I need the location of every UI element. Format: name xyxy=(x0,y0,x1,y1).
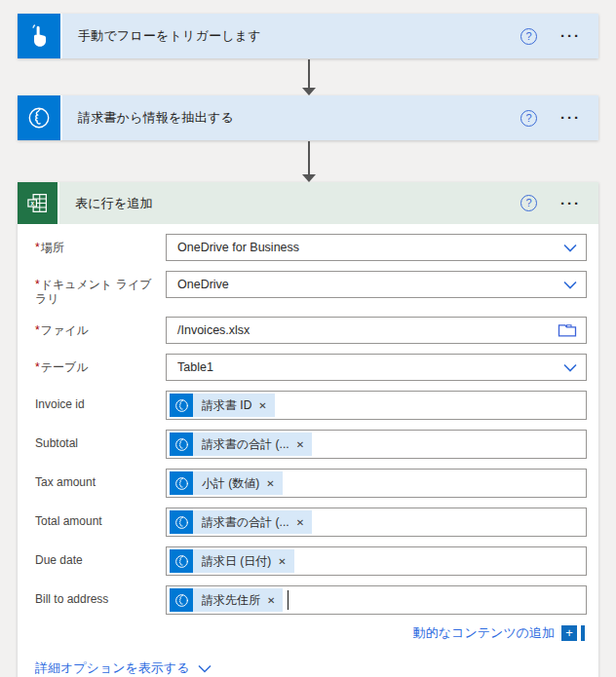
flow-connector-arrow xyxy=(301,59,317,95)
token-label: 請求書の合計 (... xyxy=(193,436,296,453)
form-field-row: Total amount請求書の合計 (...✕ xyxy=(29,508,587,537)
token-remove-icon[interactable]: ✕ xyxy=(267,595,283,606)
field-label: Invoice id xyxy=(29,391,166,412)
field-label: *テーブル xyxy=(29,354,166,375)
ai-builder-card[interactable]: 請求書から情報を抽出する ? ··· xyxy=(18,95,598,140)
more-options-icon[interactable]: ··· xyxy=(560,199,581,208)
show-advanced-options-link[interactable]: 詳細オプションを表示する xyxy=(35,659,189,677)
more-options-icon[interactable]: ··· xyxy=(560,113,581,123)
dynamic-content-token[interactable]: 請求書 ID✕ xyxy=(170,394,275,417)
ai-builder-brain-icon xyxy=(170,549,193,573)
form-field-row: Bill to address請求先住所✕ xyxy=(29,585,587,615)
token-label: 請求先住所 xyxy=(193,592,267,609)
excel-icon: x xyxy=(18,182,59,224)
ai-builder-brain-icon xyxy=(170,510,193,534)
dynamic-content-token[interactable]: 請求書の合計 (...✕ xyxy=(170,510,312,534)
field-label: *ドキュメント ライブラリ xyxy=(29,271,166,307)
dynamic-content-token[interactable]: 請求日 (日付)✕ xyxy=(170,549,294,573)
field-label: *場所 xyxy=(29,234,166,255)
ai-builder-brain-icon xyxy=(18,95,62,140)
dynamic-content-token[interactable]: 請求先住所✕ xyxy=(170,588,283,612)
dynamic-content-token[interactable]: 請求書の合計 (...✕ xyxy=(170,433,312,456)
chevron-down-icon[interactable] xyxy=(563,363,577,372)
field-select-0[interactable]: OneDrive for Business xyxy=(166,234,587,261)
field-label: *ファイル xyxy=(29,317,166,338)
form-field-row: Invoice id請求書 ID✕ xyxy=(29,391,587,420)
dynamic-content-token[interactable]: 小計 (数値)✕ xyxy=(170,471,283,495)
field-label: Total amount xyxy=(29,508,166,529)
field-token-input-6[interactable]: 小計 (数値)✕ xyxy=(166,469,587,498)
required-asterisk: * xyxy=(35,360,40,374)
form-field-row: Tax amount小計 (数値)✕ xyxy=(29,469,587,498)
token-remove-icon[interactable]: ✕ xyxy=(278,556,293,567)
form-field-row: *テーブルTable1 xyxy=(29,354,587,381)
excel-form-rows: *場所OneDrive for Business*ドキュメント ライブラリOne… xyxy=(29,234,587,615)
add-dynamic-content-link[interactable]: 動的なコンテンツの追加 xyxy=(413,624,555,642)
folder-picker-icon[interactable] xyxy=(558,322,577,338)
trigger-card-header[interactable]: 手動でフローをトリガーします ? ··· xyxy=(18,14,598,58)
token-remove-icon[interactable]: ✕ xyxy=(258,400,274,411)
field-label: Subtotal xyxy=(29,430,166,451)
token-remove-icon[interactable]: ✕ xyxy=(266,478,282,489)
show-advanced-options-row: 詳細オプションを表示する xyxy=(35,659,587,677)
form-field-row: *ファイル/Invoices.xlsx xyxy=(29,317,587,344)
excel-card-title[interactable]: 表に行を追加 xyxy=(59,182,520,224)
required-asterisk: * xyxy=(35,278,40,291)
ai-builder-brain-icon xyxy=(170,588,193,612)
form-field-row: Due date請求日 (日付)✕ xyxy=(29,546,587,576)
token-remove-icon[interactable]: ✕ xyxy=(296,517,312,528)
form-field-row: *ドキュメント ライブラリOneDrive xyxy=(29,271,587,307)
token-label: 小計 (数値) xyxy=(193,475,266,492)
field-token-input-5[interactable]: 請求書の合計 (...✕ xyxy=(166,430,587,459)
token-label: 請求書 ID xyxy=(193,397,258,414)
help-icon[interactable]: ? xyxy=(520,28,537,45)
text-caret xyxy=(288,590,289,610)
token-label: 請求日 (日付) xyxy=(193,553,278,570)
field-select-3[interactable]: Table1 xyxy=(166,354,587,381)
token-label: 請求書の合計 (... xyxy=(193,514,296,531)
ai-builder-brain-icon xyxy=(170,394,193,417)
chevron-down-icon[interactable] xyxy=(198,664,212,673)
trigger-card[interactable]: 手動でフローをトリガーします ? ··· xyxy=(18,14,598,58)
ai-builder-brain-icon xyxy=(170,433,193,456)
flow-designer-canvas: 手動でフローをトリガーします ? ··· 請求書から情報を抽出する ? ··· xyxy=(0,0,616,677)
ai-builder-card-title[interactable]: 請求書から情報を抽出する xyxy=(62,95,520,140)
field-label: Tax amount xyxy=(29,469,166,490)
field-token-input-9[interactable]: 請求先住所✕ xyxy=(166,585,587,615)
svg-text:x: x xyxy=(30,200,34,207)
token-remove-icon[interactable]: ✕ xyxy=(296,439,312,450)
touch-trigger-icon xyxy=(18,14,62,58)
more-options-icon[interactable]: ··· xyxy=(560,31,581,41)
ai-builder-brain-icon xyxy=(170,471,193,495)
excel-card-body: *場所OneDrive for Business*ドキュメント ライブラリOne… xyxy=(18,224,598,677)
flow-connector-arrow xyxy=(301,141,317,182)
help-icon[interactable]: ? xyxy=(520,195,537,211)
excel-card-header[interactable]: x 表に行を追加 ? ··· xyxy=(18,182,598,224)
help-icon[interactable]: ? xyxy=(520,110,537,127)
required-asterisk: * xyxy=(35,241,40,254)
field-token-input-7[interactable]: 請求書の合計 (...✕ xyxy=(166,508,587,537)
form-field-row: Subtotal請求書の合計 (...✕ xyxy=(29,430,587,459)
ai-builder-card-header[interactable]: 請求書から情報を抽出する ? ··· xyxy=(18,95,598,140)
form-field-row: *場所OneDrive for Business xyxy=(29,234,587,261)
chevron-down-icon[interactable] xyxy=(563,281,577,289)
field-token-input-8[interactable]: 請求日 (日付)✕ xyxy=(166,546,587,576)
field-label: Due date xyxy=(29,546,166,568)
required-asterisk: * xyxy=(35,323,40,337)
field-token-input-4[interactable]: 請求書 ID✕ xyxy=(166,391,587,420)
add-dynamic-content-row: 動的なコンテンツの追加 + xyxy=(29,624,585,642)
add-dynamic-content-plus-bar xyxy=(581,625,585,641)
field-select-1[interactable]: OneDrive xyxy=(166,271,587,298)
excel-card: x 表に行を追加 ? ··· *場所OneDrive for Business*… xyxy=(18,182,598,677)
field-file-input-2[interactable]: /Invoices.xlsx xyxy=(166,317,587,344)
add-dynamic-content-plus-icon[interactable]: + xyxy=(561,625,577,641)
chevron-down-icon[interactable] xyxy=(563,244,577,252)
trigger-card-title[interactable]: 手動でフローをトリガーします xyxy=(62,14,520,58)
field-label: Bill to address xyxy=(29,585,166,607)
